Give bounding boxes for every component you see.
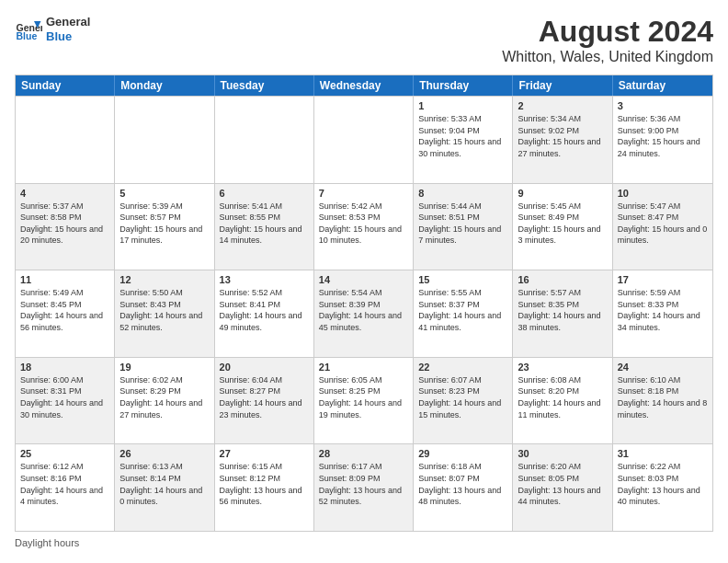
calendar-cell: 18Sunrise: 6:00 AMSunset: 8:31 PMDayligh… — [16, 358, 115, 444]
svg-text:Blue: Blue — [17, 29, 38, 40]
calendar-week-row: 18Sunrise: 6:00 AMSunset: 8:31 PMDayligh… — [16, 357, 712, 444]
day-number: 9 — [518, 188, 607, 199]
day-detail: Sunrise: 5:42 AMSunset: 8:53 PMDaylight:… — [319, 201, 408, 247]
day-detail: Sunrise: 6:15 AMSunset: 8:12 PMDaylight:… — [220, 461, 309, 507]
day-number: 14 — [319, 274, 408, 285]
calendar-cell — [16, 97, 115, 183]
day-detail: Sunrise: 5:52 AMSunset: 8:41 PMDaylight:… — [220, 287, 309, 333]
calendar-cell: 11Sunrise: 5:49 AMSunset: 8:45 PMDayligh… — [16, 270, 115, 357]
calendar-cell: 3Sunrise: 5:36 AMSunset: 9:00 PMDaylight… — [613, 97, 712, 183]
day-number: 11 — [20, 274, 109, 285]
header: General Blue General Blue August 2024 Wh… — [15, 15, 713, 65]
day-detail: Sunrise: 6:00 AMSunset: 8:31 PMDaylight:… — [20, 374, 109, 420]
day-number: 31 — [618, 448, 708, 459]
day-detail: Sunrise: 5:34 AMSunset: 9:02 PMDaylight:… — [518, 113, 607, 159]
day-detail: Sunrise: 6:02 AMSunset: 8:29 PMDaylight:… — [119, 374, 209, 420]
day-number: 24 — [618, 362, 708, 373]
day-number: 17 — [618, 274, 708, 285]
page-subtitle: Whitton, Wales, United Kingdom — [502, 49, 713, 65]
day-detail: Sunrise: 5:47 AMSunset: 8:47 PMDaylight:… — [618, 201, 708, 247]
day-detail: Sunrise: 5:57 AMSunset: 8:35 PMDaylight:… — [518, 287, 607, 333]
calendar-cell: 17Sunrise: 5:59 AMSunset: 8:33 PMDayligh… — [613, 270, 712, 357]
day-number: 27 — [220, 448, 309, 459]
day-number: 29 — [418, 448, 507, 459]
day-number: 19 — [119, 362, 209, 373]
day-number: 4 — [20, 188, 109, 199]
calendar-cell: 24Sunrise: 6:10 AMSunset: 8:18 PMDayligh… — [613, 358, 712, 444]
day-detail: Sunrise: 6:07 AMSunset: 8:23 PMDaylight:… — [418, 374, 507, 420]
calendar-cell: 8Sunrise: 5:44 AMSunset: 8:51 PMDaylight… — [414, 184, 513, 270]
calendar-cell: 4Sunrise: 5:37 AMSunset: 8:58 PMDaylight… — [16, 184, 115, 270]
day-detail: Sunrise: 5:44 AMSunset: 8:51 PMDaylight:… — [418, 201, 507, 247]
day-detail: Sunrise: 6:18 AMSunset: 8:07 PMDaylight:… — [418, 461, 507, 507]
day-of-week-header: Thursday — [414, 75, 513, 96]
calendar-cell: 23Sunrise: 6:08 AMSunset: 8:20 PMDayligh… — [513, 358, 612, 444]
day-detail: Sunrise: 6:04 AMSunset: 8:27 PMDaylight:… — [220, 374, 309, 420]
day-detail: Sunrise: 6:08 AMSunset: 8:20 PMDaylight:… — [518, 374, 607, 420]
day-number: 28 — [319, 448, 408, 459]
day-detail: Sunrise: 5:41 AMSunset: 8:55 PMDaylight:… — [220, 201, 309, 247]
day-number: 26 — [119, 448, 209, 459]
day-number: 20 — [220, 362, 309, 373]
calendar-cell: 22Sunrise: 6:07 AMSunset: 8:23 PMDayligh… — [414, 358, 513, 444]
calendar-cell: 15Sunrise: 5:55 AMSunset: 8:37 PMDayligh… — [414, 270, 513, 357]
calendar-cell: 25Sunrise: 6:12 AMSunset: 8:16 PMDayligh… — [16, 444, 115, 531]
calendar-header: SundayMondayTuesdayWednesdayThursdayFrid… — [16, 75, 712, 96]
day-of-week-header: Sunday — [16, 75, 115, 96]
day-detail: Sunrise: 5:45 AMSunset: 8:49 PMDaylight:… — [518, 201, 607, 247]
calendar-body: 1Sunrise: 5:33 AMSunset: 9:04 PMDaylight… — [16, 96, 712, 531]
footer-note: Daylight hours — [15, 537, 79, 548]
calendar-cell: 1Sunrise: 5:33 AMSunset: 9:04 PMDaylight… — [414, 97, 513, 183]
day-number: 30 — [518, 448, 607, 459]
day-number: 22 — [418, 362, 507, 373]
day-detail: Sunrise: 5:54 AMSunset: 8:39 PMDaylight:… — [319, 287, 408, 333]
day-number: 3 — [618, 100, 708, 111]
calendar-cell: 10Sunrise: 5:47 AMSunset: 8:47 PMDayligh… — [613, 184, 712, 270]
day-detail: Sunrise: 5:55 AMSunset: 8:37 PMDaylight:… — [418, 287, 507, 333]
calendar-cell: 7Sunrise: 5:42 AMSunset: 8:53 PMDaylight… — [314, 184, 414, 270]
calendar-cell: 20Sunrise: 6:04 AMSunset: 8:27 PMDayligh… — [215, 358, 314, 444]
calendar-cell: 6Sunrise: 5:41 AMSunset: 8:55 PMDaylight… — [215, 184, 314, 270]
calendar-cell: 16Sunrise: 5:57 AMSunset: 8:35 PMDayligh… — [513, 270, 612, 357]
day-number: 25 — [20, 448, 109, 459]
calendar-cell: 13Sunrise: 5:52 AMSunset: 8:41 PMDayligh… — [215, 270, 314, 357]
day-detail: Sunrise: 5:39 AMSunset: 8:57 PMDaylight:… — [119, 201, 209, 247]
calendar-week-row: 11Sunrise: 5:49 AMSunset: 8:45 PMDayligh… — [16, 270, 712, 357]
calendar-cell: 29Sunrise: 6:18 AMSunset: 8:07 PMDayligh… — [414, 444, 513, 531]
logo-general: General — [46, 15, 90, 29]
day-detail: Sunrise: 6:17 AMSunset: 8:09 PMDaylight:… — [319, 461, 408, 507]
calendar-cell — [115, 97, 214, 183]
day-number: 2 — [518, 100, 607, 111]
day-number: 15 — [418, 274, 507, 285]
logo-icon: General Blue — [15, 16, 42, 43]
day-detail: Sunrise: 6:20 AMSunset: 8:05 PMDaylight:… — [518, 461, 607, 507]
day-number: 12 — [119, 274, 209, 285]
day-detail: Sunrise: 6:13 AMSunset: 8:14 PMDaylight:… — [119, 461, 209, 507]
day-detail: Sunrise: 6:22 AMSunset: 8:03 PMDaylight:… — [618, 461, 708, 507]
day-number: 16 — [518, 274, 607, 285]
day-of-week-header: Wednesday — [314, 75, 414, 96]
day-detail: Sunrise: 5:50 AMSunset: 8:43 PMDaylight:… — [119, 287, 209, 333]
day-number: 23 — [518, 362, 607, 373]
day-detail: Sunrise: 5:49 AMSunset: 8:45 PMDaylight:… — [20, 287, 109, 333]
calendar-cell: 26Sunrise: 6:13 AMSunset: 8:14 PMDayligh… — [115, 444, 214, 531]
day-of-week-header: Tuesday — [215, 75, 314, 96]
calendar-cell: 19Sunrise: 6:02 AMSunset: 8:29 PMDayligh… — [115, 358, 214, 444]
day-detail: Sunrise: 6:12 AMSunset: 8:16 PMDaylight:… — [20, 461, 109, 507]
day-number: 8 — [418, 188, 507, 199]
calendar-cell — [314, 97, 414, 183]
day-detail: Sunrise: 5:33 AMSunset: 9:04 PMDaylight:… — [418, 113, 507, 159]
day-detail: Sunrise: 5:59 AMSunset: 8:33 PMDaylight:… — [618, 287, 708, 333]
day-of-week-header: Friday — [513, 75, 612, 96]
calendar-cell: 28Sunrise: 6:17 AMSunset: 8:09 PMDayligh… — [314, 444, 414, 531]
calendar-cell: 21Sunrise: 6:05 AMSunset: 8:25 PMDayligh… — [314, 358, 414, 444]
calendar-cell: 2Sunrise: 5:34 AMSunset: 9:02 PMDaylight… — [513, 97, 612, 183]
page-title: August 2024 — [502, 15, 713, 49]
calendar-cell: 27Sunrise: 6:15 AMSunset: 8:12 PMDayligh… — [215, 444, 314, 531]
day-detail: Sunrise: 6:05 AMSunset: 8:25 PMDaylight:… — [319, 374, 408, 420]
day-of-week-header: Saturday — [613, 75, 712, 96]
day-number: 5 — [119, 188, 209, 199]
logo: General Blue General Blue — [15, 15, 90, 43]
day-number: 13 — [220, 274, 309, 285]
calendar-cell: 5Sunrise: 5:39 AMSunset: 8:57 PMDaylight… — [115, 184, 214, 270]
